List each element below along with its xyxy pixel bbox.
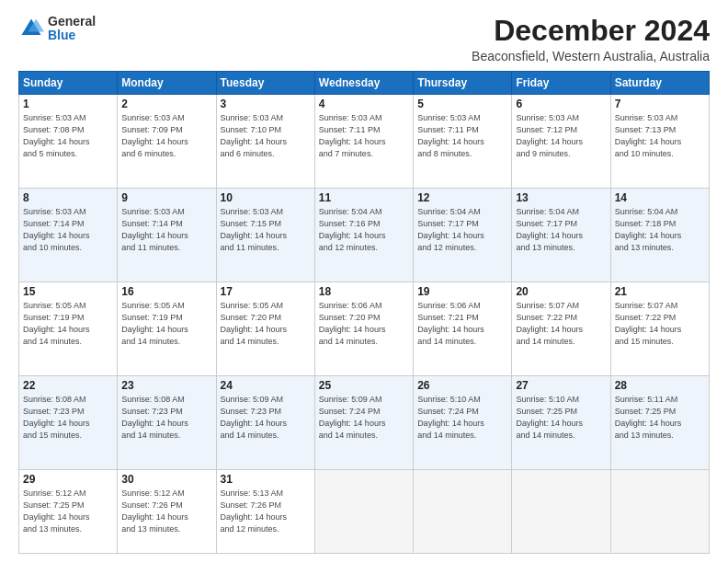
calendar-cell: 21Sunrise: 5:07 AMSunset: 7:22 PMDayligh… xyxy=(610,282,709,375)
calendar-cell xyxy=(610,469,709,553)
day-number: 5 xyxy=(417,98,507,110)
calendar-header-friday: Friday xyxy=(512,72,610,95)
day-number: 14 xyxy=(615,191,705,204)
day-number: 16 xyxy=(121,285,211,298)
day-number: 22 xyxy=(23,379,113,392)
subtitle: Beaconsfield, Western Australia, Austral… xyxy=(472,49,710,63)
day-number: 6 xyxy=(516,98,606,110)
day-detail: Sunrise: 5:03 AMSunset: 7:14 PMDaylight:… xyxy=(121,206,211,254)
day-detail: Sunrise: 5:04 AMSunset: 7:17 PMDaylight:… xyxy=(417,206,507,254)
calendar-header-saturday: Saturday xyxy=(610,72,709,95)
day-number: 8 xyxy=(23,191,113,204)
logo-general: General xyxy=(48,15,96,29)
main-title: December 2024 xyxy=(472,15,710,47)
calendar-cell xyxy=(314,469,413,553)
calendar-cell: 3Sunrise: 5:03 AMSunset: 7:10 PMDaylight… xyxy=(216,95,314,189)
day-detail: Sunrise: 5:03 AMSunset: 7:11 PMDaylight:… xyxy=(417,112,507,160)
calendar-cell: 25Sunrise: 5:09 AMSunset: 7:24 PMDayligh… xyxy=(314,375,413,469)
day-number: 18 xyxy=(319,285,409,298)
day-number: 29 xyxy=(23,473,113,486)
day-detail: Sunrise: 5:03 AMSunset: 7:10 PMDaylight:… xyxy=(221,112,311,160)
calendar-week-row: 8Sunrise: 5:03 AMSunset: 7:14 PMDaylight… xyxy=(19,189,710,282)
day-number: 12 xyxy=(417,191,507,204)
day-detail: Sunrise: 5:07 AMSunset: 7:22 PMDaylight:… xyxy=(516,300,606,348)
calendar-cell: 26Sunrise: 5:10 AMSunset: 7:24 PMDayligh… xyxy=(414,375,512,469)
calendar-cell: 16Sunrise: 5:05 AMSunset: 7:19 PMDayligh… xyxy=(118,282,216,375)
day-detail: Sunrise: 5:12 AMSunset: 7:26 PMDaylight:… xyxy=(121,488,211,535)
calendar-cell: 11Sunrise: 5:04 AMSunset: 7:16 PMDayligh… xyxy=(314,189,413,282)
calendar-header-row: SundayMondayTuesdayWednesdayThursdayFrid… xyxy=(19,72,710,95)
calendar-cell: 14Sunrise: 5:04 AMSunset: 7:18 PMDayligh… xyxy=(610,189,709,282)
day-number: 20 xyxy=(516,285,606,298)
day-detail: Sunrise: 5:11 AMSunset: 7:25 PMDaylight:… xyxy=(615,394,705,442)
day-number: 28 xyxy=(615,379,705,392)
title-block: December 2024 Beaconsfield, Western Aust… xyxy=(472,15,710,63)
calendar-header-tuesday: Tuesday xyxy=(216,72,314,95)
day-number: 31 xyxy=(221,473,311,486)
day-number: 26 xyxy=(417,379,507,392)
calendar-cell: 22Sunrise: 5:08 AMSunset: 7:23 PMDayligh… xyxy=(19,375,118,469)
day-number: 27 xyxy=(516,379,606,392)
logo-icon xyxy=(18,16,44,41)
day-detail: Sunrise: 5:03 AMSunset: 7:15 PMDaylight:… xyxy=(221,206,311,254)
calendar-cell xyxy=(414,469,512,553)
day-detail: Sunrise: 5:03 AMSunset: 7:12 PMDaylight:… xyxy=(516,112,606,160)
day-detail: Sunrise: 5:08 AMSunset: 7:23 PMDaylight:… xyxy=(121,394,211,442)
day-number: 4 xyxy=(319,98,409,110)
day-detail: Sunrise: 5:06 AMSunset: 7:20 PMDaylight:… xyxy=(319,300,409,348)
day-number: 23 xyxy=(121,379,211,392)
calendar-cell: 6Sunrise: 5:03 AMSunset: 7:12 PMDaylight… xyxy=(512,95,610,189)
day-detail: Sunrise: 5:05 AMSunset: 7:19 PMDaylight:… xyxy=(121,300,211,348)
day-detail: Sunrise: 5:03 AMSunset: 7:09 PMDaylight:… xyxy=(121,112,211,160)
calendar-cell: 29Sunrise: 5:12 AMSunset: 7:25 PMDayligh… xyxy=(19,469,118,553)
header: General Blue December 2024 Beaconsfield,… xyxy=(18,15,710,63)
day-number: 15 xyxy=(23,285,113,298)
calendar-header-thursday: Thursday xyxy=(414,72,512,95)
day-number: 2 xyxy=(121,98,211,110)
calendar-cell: 20Sunrise: 5:07 AMSunset: 7:22 PMDayligh… xyxy=(512,282,610,375)
day-detail: Sunrise: 5:08 AMSunset: 7:23 PMDaylight:… xyxy=(23,394,113,442)
calendar-cell: 23Sunrise: 5:08 AMSunset: 7:23 PMDayligh… xyxy=(118,375,216,469)
day-number: 25 xyxy=(319,379,409,392)
day-detail: Sunrise: 5:10 AMSunset: 7:25 PMDaylight:… xyxy=(516,394,606,442)
calendar-cell: 4Sunrise: 5:03 AMSunset: 7:11 PMDaylight… xyxy=(314,95,413,189)
calendar-header-wednesday: Wednesday xyxy=(314,72,413,95)
calendar-cell: 15Sunrise: 5:05 AMSunset: 7:19 PMDayligh… xyxy=(19,282,118,375)
calendar-week-row: 22Sunrise: 5:08 AMSunset: 7:23 PMDayligh… xyxy=(19,375,710,469)
day-detail: Sunrise: 5:07 AMSunset: 7:22 PMDaylight:… xyxy=(615,300,705,348)
day-detail: Sunrise: 5:09 AMSunset: 7:23 PMDaylight:… xyxy=(221,394,311,442)
calendar-cell: 12Sunrise: 5:04 AMSunset: 7:17 PMDayligh… xyxy=(414,189,512,282)
day-detail: Sunrise: 5:06 AMSunset: 7:21 PMDaylight:… xyxy=(417,300,507,348)
calendar-table: SundayMondayTuesdayWednesdayThursdayFrid… xyxy=(18,71,710,554)
calendar-header-sunday: Sunday xyxy=(19,72,118,95)
day-detail: Sunrise: 5:10 AMSunset: 7:24 PMDaylight:… xyxy=(417,394,507,442)
logo: General Blue xyxy=(18,15,96,43)
day-detail: Sunrise: 5:03 AMSunset: 7:13 PMDaylight:… xyxy=(615,112,705,160)
day-number: 10 xyxy=(221,191,311,204)
day-number: 7 xyxy=(615,98,705,110)
day-detail: Sunrise: 5:03 AMSunset: 7:08 PMDaylight:… xyxy=(23,112,113,160)
day-detail: Sunrise: 5:03 AMSunset: 7:14 PMDaylight:… xyxy=(23,206,113,254)
calendar-cell: 9Sunrise: 5:03 AMSunset: 7:14 PMDaylight… xyxy=(118,189,216,282)
day-number: 24 xyxy=(221,379,311,392)
calendar-cell: 7Sunrise: 5:03 AMSunset: 7:13 PMDaylight… xyxy=(610,95,709,189)
calendar-cell: 30Sunrise: 5:12 AMSunset: 7:26 PMDayligh… xyxy=(118,469,216,553)
day-detail: Sunrise: 5:04 AMSunset: 7:18 PMDaylight:… xyxy=(615,206,705,254)
calendar-cell: 19Sunrise: 5:06 AMSunset: 7:21 PMDayligh… xyxy=(414,282,512,375)
calendar-week-row: 15Sunrise: 5:05 AMSunset: 7:19 PMDayligh… xyxy=(19,282,710,375)
calendar-cell: 2Sunrise: 5:03 AMSunset: 7:09 PMDaylight… xyxy=(118,95,216,189)
day-number: 11 xyxy=(319,191,409,204)
day-detail: Sunrise: 5:12 AMSunset: 7:25 PMDaylight:… xyxy=(23,488,113,535)
calendar-cell: 31Sunrise: 5:13 AMSunset: 7:26 PMDayligh… xyxy=(216,469,314,553)
day-detail: Sunrise: 5:05 AMSunset: 7:19 PMDaylight:… xyxy=(23,300,113,348)
calendar-cell: 5Sunrise: 5:03 AMSunset: 7:11 PMDaylight… xyxy=(414,95,512,189)
page: General Blue December 2024 Beaconsfield,… xyxy=(0,0,728,563)
day-detail: Sunrise: 5:04 AMSunset: 7:16 PMDaylight:… xyxy=(319,206,409,254)
logo-text: General Blue xyxy=(48,15,96,43)
day-number: 3 xyxy=(221,98,311,110)
calendar-cell: 8Sunrise: 5:03 AMSunset: 7:14 PMDaylight… xyxy=(19,189,118,282)
day-detail: Sunrise: 5:03 AMSunset: 7:11 PMDaylight:… xyxy=(319,112,409,160)
day-detail: Sunrise: 5:09 AMSunset: 7:24 PMDaylight:… xyxy=(319,394,409,442)
calendar-cell: 17Sunrise: 5:05 AMSunset: 7:20 PMDayligh… xyxy=(216,282,314,375)
day-number: 13 xyxy=(516,191,606,204)
